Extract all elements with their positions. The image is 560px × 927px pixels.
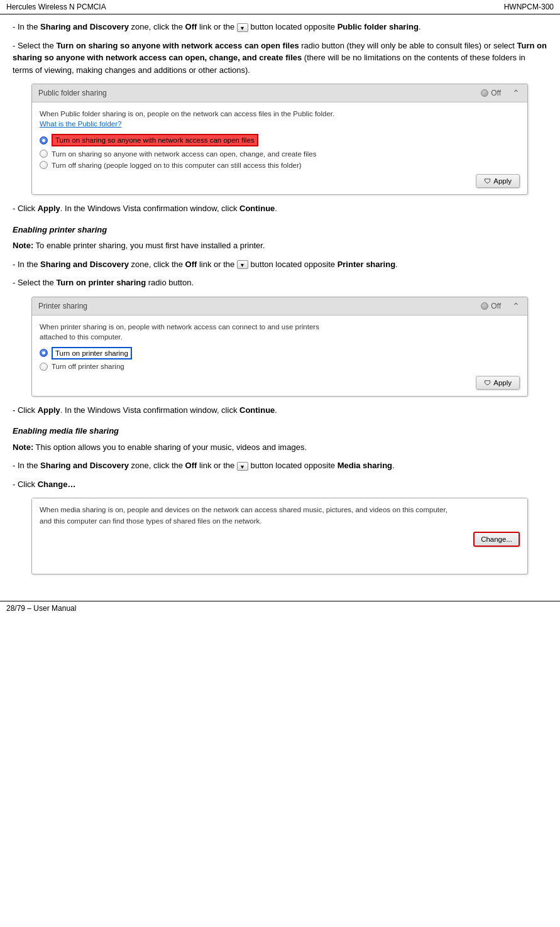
radio-option-1[interactable]: Turn on sharing so anyone with network a… bbox=[40, 134, 520, 146]
page-container: Hercules Wireless N PCMCIA HWNPCM-300 - … bbox=[0, 0, 560, 615]
radio-btn-1[interactable] bbox=[40, 136, 48, 145]
dropdown-icon-2: ▾ bbox=[237, 260, 248, 269]
media-change-button[interactable]: Change... bbox=[473, 532, 520, 547]
section2-note: Note: To enable printer sharing, you mus… bbox=[13, 239, 547, 252]
click-apply-paragraph-2: - Click Apply. In the Windows Vista conf… bbox=[13, 404, 547, 417]
radio-btn-3[interactable] bbox=[40, 161, 48, 169]
printer-panel-status: Off bbox=[481, 302, 501, 310]
printer-radio-option-2[interactable]: Turn off printer sharing bbox=[40, 363, 520, 371]
footer-left: 28/79 – User Manual bbox=[6, 604, 76, 613]
intro-paragraph: - In the Sharing and Discovery zone, cli… bbox=[13, 21, 547, 33]
printer-status-dot-icon bbox=[481, 302, 488, 310]
public-folder-apply-button[interactable]: 🛡 Apply bbox=[476, 174, 520, 188]
printer-panel-header: Printer sharing Off ⌃ bbox=[32, 297, 527, 315]
media-btn-row: Change... bbox=[40, 532, 520, 547]
radio-label-1: Turn on sharing so anyone with network a… bbox=[52, 134, 258, 146]
printer-panel-info: When printer sharing is on, people with … bbox=[40, 322, 520, 342]
radio-option-3[interactable]: Turn off sharing (people logged on to th… bbox=[40, 161, 520, 169]
page-footer: 28/79 – User Manual bbox=[0, 601, 560, 615]
dropdown-icon-3: ▾ bbox=[237, 462, 248, 471]
header-left: Hercules Wireless N PCMCIA bbox=[6, 3, 106, 11]
media-panel-info: When media sharing is on, people and dev… bbox=[40, 505, 448, 527]
printer-sharing-panel: Printer sharing Off ⌃ When printer shari… bbox=[31, 297, 528, 397]
radio-option-2[interactable]: Turn on sharing so anyone with network a… bbox=[40, 150, 520, 158]
radio-label-2: Turn on sharing so anyone with network a… bbox=[52, 150, 317, 158]
section2-p2: - Select the Turn on printer sharing rad… bbox=[13, 277, 547, 289]
dropdown-icon: ▾ bbox=[237, 23, 248, 32]
public-folder-status: Off bbox=[481, 89, 501, 97]
panel-header-left: Public folder sharing bbox=[38, 89, 107, 97]
printer-panel-header-left: Printer sharing bbox=[38, 302, 87, 310]
printer-collapse-icon[interactable]: ⌃ bbox=[511, 301, 521, 311]
section3-p1: - In the Sharing and Discovery zone, cli… bbox=[13, 459, 547, 472]
printer-radio-option-1[interactable]: Turn on printer sharing bbox=[40, 347, 520, 359]
page-header: Hercules Wireless N PCMCIA HWNPCM-300 bbox=[0, 0, 560, 14]
media-panel-body: When media sharing is on, people and dev… bbox=[32, 498, 527, 574]
header-right: HWNPCM-300 bbox=[504, 3, 554, 11]
printer-radio-btn-1[interactable] bbox=[40, 349, 48, 357]
section2-title: Enabling printer sharing bbox=[13, 224, 547, 236]
section2-p1: - In the Sharing and Discovery zone, cli… bbox=[13, 258, 547, 271]
printer-radio-label-1: Turn on printer sharing bbox=[52, 347, 132, 359]
page-content: - In the Sharing and Discovery zone, cli… bbox=[0, 14, 560, 588]
public-folder-link[interactable]: What is the Public folder? bbox=[40, 120, 121, 128]
public-folder-panel-header: Public folder sharing Off ⌃ bbox=[32, 84, 527, 102]
printer-apply-button[interactable]: 🛡 Apply bbox=[476, 376, 520, 390]
click-apply-paragraph-1: - Click Apply. In the Windows Vista conf… bbox=[13, 202, 547, 215]
public-folder-info: When Public folder sharing is on, people… bbox=[40, 109, 520, 129]
radio-label-3: Turn off sharing (people logged on to th… bbox=[52, 162, 302, 169]
printer-radio-btn-2[interactable] bbox=[40, 363, 48, 371]
media-sharing-panel: When media sharing is on, people and dev… bbox=[31, 498, 528, 574]
section3-p2: - Click Change… bbox=[13, 478, 547, 491]
status-dot-icon bbox=[481, 89, 488, 97]
printer-panel-title: Printer sharing bbox=[38, 302, 87, 310]
public-folder-panel-body: When Public folder sharing is on, people… bbox=[32, 102, 527, 194]
section3-title: Enabling media file sharing bbox=[13, 425, 547, 437]
public-folder-panel: Public folder sharing Off ⌃ When Public … bbox=[31, 84, 528, 195]
printer-panel-body: When printer sharing is on, people with … bbox=[32, 315, 527, 396]
public-folder-btn-row: 🛡 Apply bbox=[40, 174, 520, 188]
public-folder-title: Public folder sharing bbox=[38, 89, 107, 97]
section3-note: Note: This option allows you to enable s… bbox=[13, 441, 547, 454]
printer-radio-label-2: Turn off printer sharing bbox=[52, 363, 124, 370]
printer-btn-row: 🛡 Apply bbox=[40, 376, 520, 390]
second-paragraph: - Select the Turn on sharing so anyone w… bbox=[13, 40, 547, 77]
radio-btn-2[interactable] bbox=[40, 150, 48, 158]
collapse-icon[interactable]: ⌃ bbox=[511, 88, 521, 98]
